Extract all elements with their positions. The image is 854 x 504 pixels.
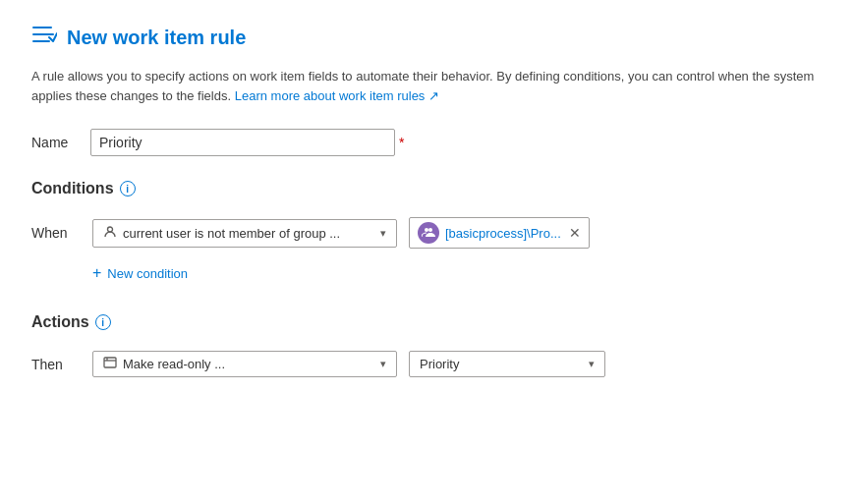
then-label: Then xyxy=(31,357,81,372)
condition-dropdown-arrow: ▾ xyxy=(380,227,386,240)
conditions-info-icon[interactable]: i xyxy=(120,181,136,196)
name-input[interactable] xyxy=(90,129,395,156)
user-condition-icon xyxy=(103,225,117,242)
page-description: A rule allows you to specify actions on … xyxy=(31,67,823,105)
name-row: Name * xyxy=(31,129,823,156)
priority-dropdown-text: Priority xyxy=(420,357,583,371)
conditions-header: Conditions i xyxy=(31,180,823,197)
group-tag-text: [basicprocess]\Pro... xyxy=(445,226,561,241)
add-condition-row[interactable]: + New condition xyxy=(92,264,823,282)
page-title: New work item rule xyxy=(67,27,246,49)
svg-rect-7 xyxy=(104,358,116,367)
svg-point-6 xyxy=(428,228,432,232)
action-row: Then Make read-only ... ▾ Priority ▾ xyxy=(31,351,823,377)
condition-dropdown[interactable]: current user is not member of group ... … xyxy=(92,219,397,248)
priority-dropdown-arrow: ▾ xyxy=(589,358,595,370)
actions-info-icon[interactable]: i xyxy=(95,314,111,330)
priority-dropdown[interactable]: Priority ▾ xyxy=(409,351,605,377)
conditions-title: Conditions xyxy=(31,180,114,197)
rule-icon xyxy=(31,24,57,51)
conditions-section: Conditions i When current user is not me… xyxy=(31,180,823,282)
action-dropdown-arrow: ▾ xyxy=(380,358,386,370)
action-dropdown[interactable]: Make read-only ... ▾ xyxy=(92,351,397,377)
learn-more-link[interactable]: Learn more about work item rules ↗ xyxy=(235,88,439,103)
readonly-icon xyxy=(103,357,117,371)
svg-point-4 xyxy=(108,227,113,232)
required-star: * xyxy=(399,135,404,150)
svg-point-5 xyxy=(425,228,428,232)
group-tag: [basicprocess]\Pro... ✕ xyxy=(409,217,590,249)
tag-close-button[interactable]: ✕ xyxy=(569,225,581,241)
add-condition-icon: + xyxy=(92,264,101,282)
add-condition-label: New condition xyxy=(107,266,188,281)
actions-header: Actions i xyxy=(31,313,823,331)
condition-row: When current user is not member of group… xyxy=(31,217,823,249)
when-label: When xyxy=(31,225,81,241)
actions-title: Actions xyxy=(31,313,89,331)
condition-dropdown-text: current user is not member of group ... xyxy=(123,226,374,241)
actions-section: Actions i Then Make read-only ... ▾ Prio… xyxy=(31,313,823,377)
page-header: New work item rule xyxy=(31,24,823,51)
group-avatar xyxy=(418,222,439,244)
name-label: Name xyxy=(31,135,90,150)
action-dropdown-text: Make read-only ... xyxy=(123,357,374,371)
